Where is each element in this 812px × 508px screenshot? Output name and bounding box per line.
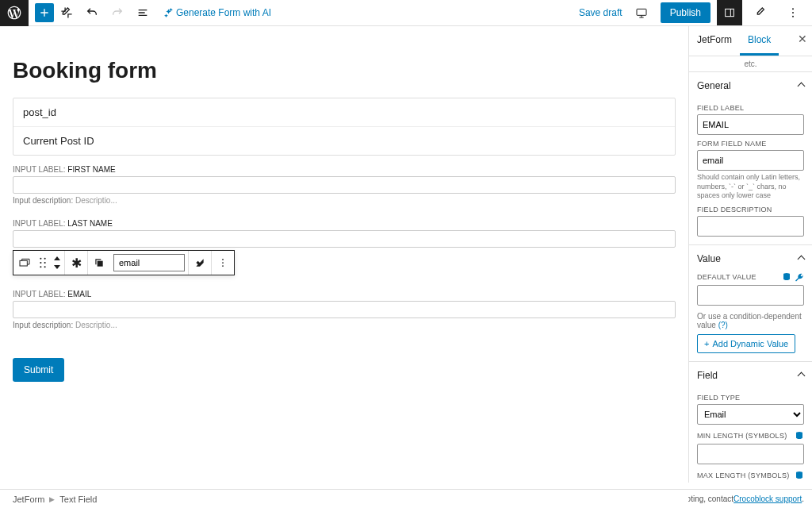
- field-type-label: FIELD TYPE: [697, 394, 804, 402]
- page-title[interactable]: Booking form: [13, 58, 676, 83]
- add-dynamic-value-button[interactable]: + Add Dynamic Value: [697, 334, 795, 353]
- panel-general-header[interactable]: General: [689, 72, 812, 99]
- field-label-row: INPUT LABEL: EMAIL: [13, 290, 676, 298]
- field-desc-prefix: Input description:: [13, 321, 73, 329]
- field-label-prefix: INPUT LABEL:: [13, 165, 66, 174]
- plus-icon: +: [704, 339, 709, 348]
- svg-point-4: [792, 16, 794, 17]
- form-field-name-label: FORM FIELD NAME: [697, 140, 804, 148]
- field-description-input[interactable]: [697, 216, 804, 237]
- svg-point-11: [44, 266, 46, 267]
- block-type-button[interactable]: [13, 251, 36, 275]
- condition-text: Or use a condition-dependent value (?): [697, 312, 804, 329]
- undo-button[interactable]: [81, 2, 103, 24]
- block-options-button[interactable]: [212, 251, 234, 275]
- generate-ai-label: Generate Form with AI: [176, 7, 271, 18]
- svg-point-7: [44, 258, 46, 260]
- chevron-up-icon: [799, 80, 804, 91]
- toolbar-right: Save draft Publish: [579, 0, 812, 25]
- support-link[interactable]: Crocoblock support: [733, 495, 802, 503]
- text-input[interactable]: [13, 230, 676, 248]
- hidden-field-row[interactable]: post_id: [13, 98, 675, 127]
- svg-rect-12: [98, 261, 103, 267]
- text-field-block[interactable]: INPUT LABEL: LAST NAME: [13, 219, 676, 275]
- styles-button[interactable]: [749, 0, 774, 25]
- sidebar-toggle-button[interactable]: [717, 0, 742, 25]
- form-field-name-input[interactable]: [697, 150, 804, 171]
- save-draft-button[interactable]: Save draft: [579, 7, 622, 18]
- clear-button[interactable]: [189, 251, 211, 275]
- field-label-prefix: INPUT LABEL:: [13, 219, 66, 228]
- field-label-row: INPUT LABEL: FIRST NAME: [13, 165, 676, 174]
- document-overview-button[interactable]: [132, 2, 154, 24]
- sidebar-misc-text: etc.: [689, 56, 812, 72]
- field-type-select[interactable]: Email: [697, 404, 804, 425]
- breadcrumb-root[interactable]: JetForm: [13, 495, 44, 504]
- text-field-block[interactable]: INPUT LABEL: FIRST NAME Input descriptio…: [13, 165, 676, 205]
- field-desc-text[interactable]: Descriptio...: [75, 196, 117, 205]
- hidden-field-row[interactable]: Current Post ID: [13, 127, 675, 155]
- settings-sidebar: JetForm Block ✕ etc. General FIELD LABEL…: [688, 26, 812, 483]
- tab-jetform[interactable]: JetForm: [689, 26, 740, 56]
- database-icon[interactable]: [795, 431, 804, 441]
- hidden-fields-block[interactable]: post_id Current Post ID: [13, 98, 676, 156]
- placeholder-input[interactable]: [113, 254, 185, 271]
- tab-block[interactable]: Block: [740, 26, 779, 56]
- default-value-input[interactable]: [697, 285, 804, 306]
- panel-value: Value DEFAULT VALUE Or use a condition-d…: [689, 245, 812, 362]
- svg-point-14: [222, 262, 224, 264]
- chevron-up-icon: [799, 370, 804, 381]
- preview-button[interactable]: [629, 0, 654, 25]
- text-input[interactable]: [13, 301, 676, 318]
- generate-ai-button[interactable]: Generate Form with AI: [163, 7, 271, 18]
- database-icon[interactable]: [782, 272, 791, 282]
- field-label-input[interactable]: [697, 114, 804, 135]
- svg-point-15: [222, 265, 224, 267]
- field-label-text[interactable]: EMAIL: [67, 290, 91, 298]
- panel-value-header[interactable]: Value: [689, 245, 812, 272]
- database-icon[interactable]: [795, 471, 804, 480]
- svg-point-3: [792, 12, 794, 13]
- field-label-prefix: INPUT LABEL:: [13, 290, 66, 298]
- add-block-button[interactable]: [35, 3, 54, 22]
- svg-point-8: [40, 262, 41, 264]
- wrench-icon[interactable]: [795, 272, 804, 282]
- help-link[interactable]: (?): [718, 321, 728, 329]
- top-toolbar: Generate Form with AI Save draft Publish: [0, 0, 812, 26]
- svg-rect-0: [637, 9, 646, 15]
- wordpress-logo[interactable]: [0, 0, 29, 26]
- options-button[interactable]: [780, 0, 806, 25]
- field-desc-text[interactable]: Descriptio...: [75, 321, 117, 329]
- close-sidebar-button[interactable]: ✕: [798, 33, 807, 45]
- min-length-input[interactable]: [697, 444, 804, 464]
- move-buttons[interactable]: [50, 251, 64, 275]
- drag-handle[interactable]: [36, 251, 50, 275]
- panel-field-header[interactable]: Field: [689, 362, 812, 389]
- svg-point-10: [40, 266, 41, 267]
- editor-canvas[interactable]: Booking form post_id Current Post ID INP…: [0, 26, 688, 483]
- field-label-text[interactable]: FIRST NAME: [67, 165, 115, 174]
- default-value-label: DEFAULT VALUE: [697, 273, 756, 281]
- required-toggle-button[interactable]: ✱: [65, 251, 87, 275]
- submit-button[interactable]: Submit: [13, 358, 64, 382]
- panel-general: General FIELD LABEL FORM FIELD NAME Shou…: [689, 72, 812, 245]
- text-input[interactable]: [13, 176, 676, 194]
- redo-button[interactable]: [106, 2, 128, 24]
- chevron-right-icon: ▶: [49, 495, 55, 503]
- publish-button[interactable]: Publish: [661, 2, 710, 23]
- svg-rect-5: [20, 260, 27, 266]
- form-field-name-hint: Should contain only Latin letters, numbe…: [697, 173, 804, 201]
- field-label-row: INPUT LABEL: LAST NAME: [13, 219, 676, 228]
- svg-rect-1: [726, 9, 734, 16]
- edit-mode-button[interactable]: [56, 2, 78, 24]
- block-breadcrumb: JetForm ▶ Text Field: [0, 489, 688, 508]
- field-desc-prefix: Input description:: [13, 196, 73, 205]
- breadcrumb-current[interactable]: Text Field: [59, 495, 97, 504]
- min-length-label: MIN LENGTH (SYMBOLS): [697, 432, 787, 440]
- copy-name-button[interactable]: [88, 251, 110, 275]
- field-label-label: FIELD LABEL: [697, 104, 804, 112]
- text-field-block[interactable]: INPUT LABEL: EMAIL Input description: De…: [13, 290, 676, 329]
- max-length-label: MAX LENGTH (SYMBOLS): [697, 471, 790, 479]
- field-label-text[interactable]: LAST NAME: [67, 219, 113, 228]
- sidebar-tabs: JetForm Block ✕: [689, 26, 812, 56]
